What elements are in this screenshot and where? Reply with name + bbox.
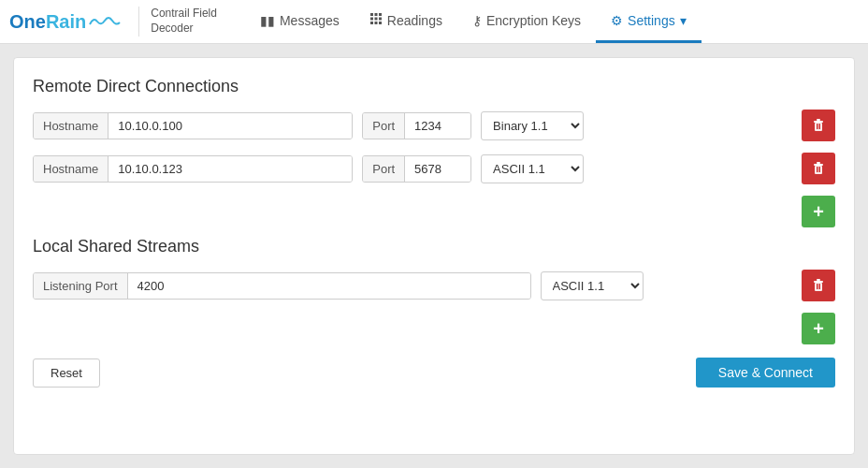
svg-rect-9 — [815, 123, 822, 131]
hostname-group-2: Hostname — [33, 155, 353, 183]
add-local-icon: + — [813, 318, 824, 340]
messages-icon: ▮▮ — [260, 13, 275, 28]
main-content: Remote Direct Connections Hostname Port … — [0, 44, 868, 468]
svg-rect-14 — [815, 166, 822, 174]
readings-icon — [369, 12, 383, 28]
hostname-group-1: Hostname — [33, 112, 353, 139]
svg-rect-21 — [817, 279, 820, 281]
nav-encryption[interactable]: ⚷ Encryption Keys — [457, 0, 596, 43]
svg-rect-3 — [370, 18, 373, 21]
svg-rect-18 — [819, 167, 821, 172]
svg-rect-16 — [817, 162, 820, 164]
svg-rect-22 — [817, 284, 818, 289]
nav-messages-label: Messages — [280, 13, 340, 28]
trash-icon-3 — [811, 278, 826, 293]
delete-button-1[interactable] — [802, 110, 835, 141]
listening-group-1: Listening Port — [33, 272, 531, 300]
svg-rect-7 — [374, 22, 377, 24]
svg-rect-4 — [374, 18, 377, 21]
nav-encryption-label: Encryption Keys — [486, 13, 581, 28]
port-input-1[interactable] — [405, 113, 470, 139]
delete-stream-button-1[interactable] — [802, 270, 835, 301]
listening-label-1: Listening Port — [34, 273, 128, 299]
logo-wave-icon — [88, 13, 122, 30]
bottom-bar: Reset Save & Connect — [33, 358, 835, 388]
svg-rect-2 — [379, 13, 382, 16]
svg-rect-5 — [379, 18, 382, 21]
connection-row-1: Hostname Port Binary 1.1 ASCII 1.1 ASCII… — [33, 110, 835, 141]
reset-button[interactable]: Reset — [33, 358, 100, 388]
port-group-2: Port — [362, 155, 471, 183]
nav-messages[interactable]: ▮▮ Messages — [245, 0, 354, 43]
logo: OneRain — [9, 11, 122, 33]
logo-rain: Rain — [46, 11, 86, 32]
main-card: Remote Direct Connections Hostname Port … — [13, 57, 855, 455]
svg-rect-11 — [817, 119, 820, 121]
save-button[interactable]: Save & Connect — [696, 358, 835, 388]
svg-rect-1 — [374, 13, 377, 16]
delete-button-2[interactable] — [802, 153, 835, 184]
app-title-line1: Contrail Field — [151, 7, 217, 22]
nav-readings[interactable]: Readings — [354, 0, 457, 43]
add-remote-icon: + — [813, 201, 824, 223]
protocol-select-1[interactable]: Binary 1.1 ASCII 1.1 ASCII 1.0 — [481, 111, 584, 140]
add-remote-row: + — [33, 196, 835, 227]
listening-input-1[interactable] — [128, 273, 530, 299]
nav-readings-label: Readings — [387, 13, 442, 28]
nav-settings[interactable]: ⚙ Settings ▾ — [596, 0, 702, 43]
app-title: Contrail Field Decoder — [138, 7, 217, 36]
svg-rect-23 — [819, 284, 821, 289]
add-local-button[interactable]: + — [802, 313, 835, 344]
local-streams-title: Local Shared Streams — [33, 237, 835, 256]
protocol-select-2[interactable]: Binary 1.1 ASCII 1.1 ASCII 1.0 — [481, 154, 584, 183]
nav-items: ▮▮ Messages Readings ⚷ Encryption Keys ⚙… — [245, 0, 702, 43]
connection-row-2: Hostname Port Binary 1.1 ASCII 1.1 ASCII… — [33, 153, 835, 184]
settings-dropdown-icon: ▾ — [680, 13, 687, 28]
hostname-input-1[interactable] — [108, 113, 352, 139]
hostname-label-1: Hostname — [34, 113, 108, 139]
svg-rect-13 — [819, 124, 821, 129]
port-group-1: Port — [362, 112, 471, 139]
svg-rect-15 — [814, 164, 823, 166]
nav-settings-label: Settings — [628, 13, 675, 28]
navbar: OneRain Contrail Field Decoder ▮▮ Messag… — [0, 0, 868, 44]
svg-rect-8 — [379, 22, 382, 24]
svg-rect-10 — [814, 121, 823, 123]
port-input-2[interactable] — [405, 156, 470, 182]
app-title-line2: Decoder — [151, 22, 217, 37]
svg-rect-6 — [370, 22, 373, 24]
svg-rect-0 — [370, 13, 373, 16]
add-remote-button[interactable]: + — [802, 196, 835, 227]
trash-icon-1 — [811, 118, 826, 133]
port-label-2: Port — [363, 156, 405, 182]
stream-row-1: Listening Port Binary 1.1 ASCII 1.1 ASCI… — [33, 270, 835, 301]
svg-rect-17 — [817, 167, 818, 172]
remote-connections-title: Remote Direct Connections — [33, 77, 835, 96]
svg-rect-20 — [814, 281, 823, 283]
hostname-label-2: Hostname — [34, 156, 108, 182]
svg-rect-19 — [815, 283, 822, 291]
logo-one: One — [9, 11, 46, 32]
trash-icon-2 — [811, 161, 826, 176]
port-label-1: Port — [363, 113, 405, 139]
add-local-row: + — [33, 313, 835, 344]
encryption-icon: ⚷ — [472, 13, 482, 28]
svg-rect-12 — [817, 124, 818, 129]
hostname-input-2[interactable] — [108, 156, 352, 182]
settings-icon: ⚙ — [611, 13, 623, 28]
stream-protocol-select-1[interactable]: Binary 1.1 ASCII 1.1 ASCII 1.0 — [541, 271, 644, 300]
